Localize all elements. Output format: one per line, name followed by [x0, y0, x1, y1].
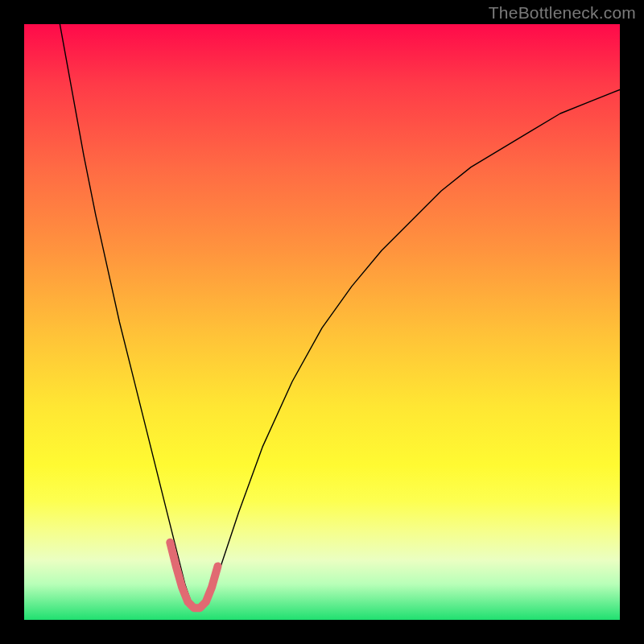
chart-svg — [24, 24, 620, 620]
series-curve — [60, 24, 620, 608]
watermark-text: TheBottleneck.com — [489, 3, 636, 23]
